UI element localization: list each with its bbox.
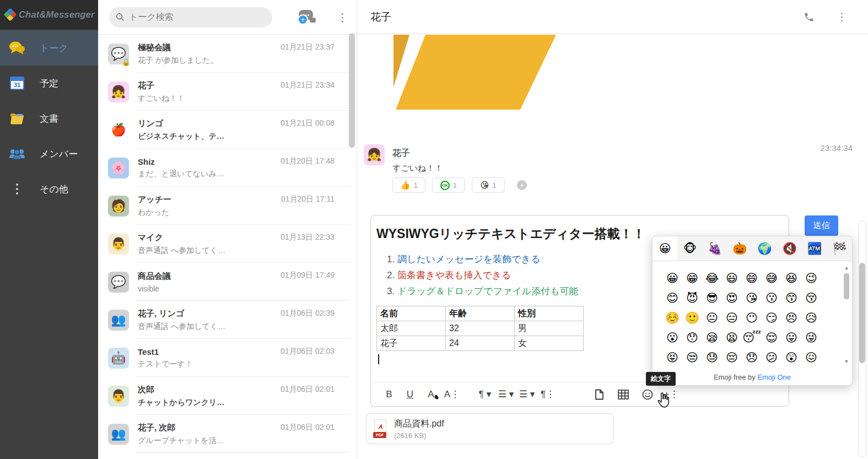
emoji-cell[interactable]: 😁 [686,272,698,284]
insert-table-button[interactable] [612,385,634,404]
scrollbar-thumb[interactable] [844,273,849,299]
chat-list-item[interactable]: 👥 花子, 次郎 グループチャットを活… 01月06日 02:01 [98,415,357,453]
chat-list-menu-button[interactable]: ⋮ [337,11,348,24]
emoji-cell[interactable]: 😲 [785,352,797,363]
sidebar-item-members[interactable]: メンバー [0,136,98,171]
emoji-button[interactable] [637,385,659,404]
chat-list-item[interactable]: 🤖 Test1 テストでーす！ 01月06日 02:03 [98,339,357,377]
chat-list-item[interactable]: 💬🔒 極秘会議 花子 が参加しました。 01月21日 23:37 [98,35,357,73]
chat-item-preview: すごいね！！ [138,94,357,104]
emoji-category-tab[interactable]: 🏁 [827,236,852,261]
underline-button[interactable]: U [400,385,420,404]
emoji-cell[interactable]: 😗 [765,292,778,304]
emoji-cell[interactable]: ☺️ [665,312,680,323]
emoji-cell[interactable]: 😜 [805,332,817,343]
emoji-cell[interactable]: 😃 [726,272,738,284]
emoji-category-tab[interactable]: 🌍 [752,236,777,261]
emoji-cell[interactable]: 😯 [686,332,698,343]
paragraph-format-button[interactable]: ¶ ▾ [475,385,495,404]
emoji-category-tab[interactable]: 😀 [653,236,677,261]
emoji-cell[interactable]: 😥 [805,312,817,323]
chat-list-item[interactable]: 💬 商品会議 visible 01月09日 17:49 [98,263,357,301]
emoji-category-tab[interactable]: 🔇 [777,236,802,261]
emoji-cell[interactable]: 😀 [666,272,678,284]
emoji-cell[interactable]: 😫 [726,332,738,343]
scroll-down-icon[interactable]: ▼ [843,359,850,364]
emoji-cell[interactable]: 😴 [742,332,761,343]
more-plugins-button[interactable]: +⋮ [661,385,682,404]
reaction-pill[interactable]: 👍 1 [392,177,425,193]
emoji-cell[interactable]: 😒 [686,352,698,363]
sidebar-item-schedule[interactable]: 31 予定 [0,66,98,101]
emoji-cell[interactable]: 😝 [666,352,678,363]
chat-list-item[interactable]: 🍎 リンゴ ビジネスチャット、テ… 01月21日 00:08 [98,111,357,149]
reaction-pill[interactable]: 😘 1 [472,177,505,193]
emoji-cell[interactable]: 😆 [785,272,797,284]
emoji-cell[interactable]: 😕 [765,352,778,363]
emoji-cell[interactable]: 😏 [765,312,778,323]
emoji-cell[interactable]: 😞 [746,352,758,363]
chat-list-item[interactable]: 👧 花子 すごいね！！ 01月21日 23:34 [98,73,357,111]
emoji-category-tab[interactable]: 🍇 [703,236,727,261]
send-button[interactable]: 送信 [805,215,838,236]
emoji-one-link[interactable]: Emoji One [757,373,791,381]
emoji-cell[interactable]: 😅 [765,272,778,284]
sidebar-item-documents[interactable]: 文書 [0,101,98,136]
conversation-menu-button[interactable]: ⋮ [837,10,847,23]
main-scrollbar[interactable] [858,220,866,457]
search-input[interactable]: トーク検索 [109,7,272,28]
chat-item-preview: visible [138,284,357,293]
emoji-cell[interactable]: 😖 [805,352,817,363]
call-button[interactable] [804,12,815,23]
chat-list-item[interactable]: 🧑 アッチー わかった 01月20日 17:11 [98,187,357,225]
sidebar-item-others[interactable]: その他 [0,171,98,207]
chat-list-item[interactable]: 👥 花子, リンゴ 音声通話 へ参加してく… 01月06日 02:39 [98,301,357,339]
chat-list-item[interactable]: 🌸 Shiz まだ、と退いてないみ… 01月20日 17:48 [98,149,357,187]
reaction-pill[interactable]: OK 1 [432,177,465,193]
emoji-cell[interactable]: 😣 [785,312,797,323]
unordered-list-button[interactable]: ☰ ▾ [516,385,537,404]
emoji-cell[interactable]: 🙂 [685,312,699,323]
folder-icon [9,111,25,126]
emoji-cell[interactable]: 😔 [726,352,738,363]
emoji-cell[interactable]: 😉 [805,272,817,284]
emoji-cell[interactable]: 😑 [726,312,738,323]
sidebar-item-talk[interactable]: トーク [0,30,98,66]
emoji-cell[interactable]: 😌 [765,332,778,343]
emoji-cell[interactable]: 😚 [805,292,817,304]
more-dots-icon [9,181,25,197]
emoji-cell[interactable]: 😪 [706,332,718,343]
chat-list-item[interactable]: 👨 マイク 音声通話 へ参加してく… 01月13日 22:33 [98,225,357,263]
emoji-cell[interactable]: 😎 [706,292,718,304]
new-chat-button[interactable]: ••• + [298,9,316,25]
emoji-cell[interactable]: 😊 [666,292,678,304]
emoji-category-tab[interactable]: 🏧 [802,236,827,261]
chat-list-scrollbar[interactable] [349,33,355,148]
scroll-up-icon[interactable]: ▲ [843,265,850,271]
paragraph-more-button[interactable]: ¶⋮ [537,385,558,404]
emoji-cell[interactable]: 😙 [785,292,797,304]
emoji-cell[interactable]: 😈 [686,292,698,304]
bold-button[interactable]: B [379,385,400,404]
emoji-cell[interactable]: 😄 [746,272,758,284]
emoji-cell[interactable]: 😘 [746,292,758,304]
insert-file-button[interactable] [588,385,610,404]
attachment-card[interactable]: ⋏ PDF 商品資料.pdf (2616 KB) [366,413,614,444]
emoji-cell[interactable]: 😍 [726,292,738,304]
emoji-category-tab[interactable]: 🐵 [677,236,702,261]
chat-list-item[interactable]: 👨 次郎 チャットからワンクリ… 01月06日 02:01 [98,377,357,415]
emoji-picker-scrollbar[interactable]: ▲ ▼ [843,265,850,364]
emoji-cell[interactable]: 😓 [706,352,718,363]
text-caret [378,354,379,364]
text-more-button[interactable]: A⋮ [441,385,462,404]
emoji-category-tab[interactable]: 🎃 [727,236,752,261]
emoji-cell[interactable]: 😂 [705,272,719,284]
emoji-cell[interactable]: 😛 [785,332,797,343]
emoji-cell[interactable]: 😐 [706,312,718,323]
add-reaction-button[interactable]: + [517,180,527,190]
main-scrollbar-thumb[interactable] [859,263,865,363]
text-color-button[interactable]: A [420,385,441,404]
emoji-cell[interactable]: 😮 [666,332,678,343]
ordered-list-button[interactable]: ☰ ▾ [495,385,516,404]
emoji-cell[interactable]: 😶 [746,312,758,323]
